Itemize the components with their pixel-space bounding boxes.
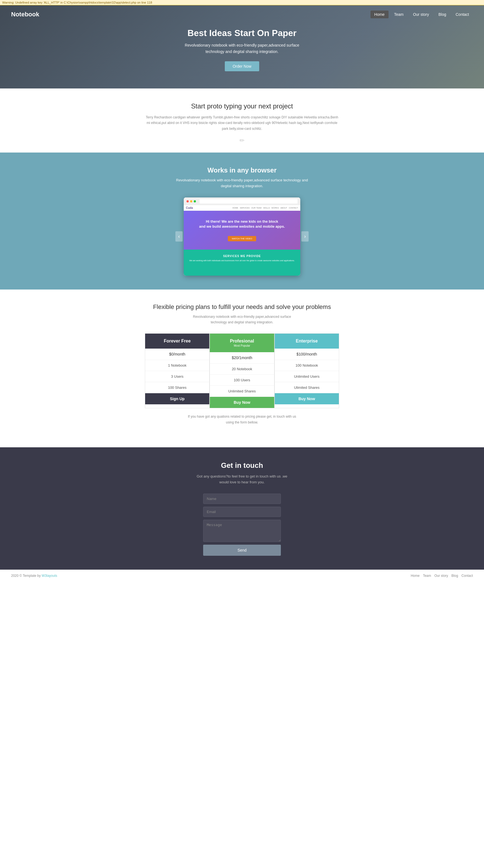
cuda-hero-inner: Hi there! We are the new kids on the blo… (184, 211, 300, 250)
cuda-hero-text: Hi there! We are the new kids on the blo… (189, 219, 295, 229)
cuda-nav: Cuda HOME SERVICES OUR TEAM SKILLS WORKS… (184, 205, 300, 211)
pricing-notebook-enterprise: 100 Notebook (275, 360, 339, 371)
browser-section: Works in any browser Revolvationary note… (0, 153, 484, 289)
browser-dot-green (194, 200, 196, 203)
footer-links: Home Team Our story Blog Contact (411, 574, 473, 578)
footer-link-team[interactable]: Team (423, 574, 431, 578)
contact-description: Got any questions?to feel free to get in… (11, 474, 473, 485)
pricing-users-enterprise: Unlimited Users (275, 371, 339, 382)
pencil-icon: ✏ (11, 137, 473, 144)
pricing-card-header-free: Forever Free (145, 334, 209, 349)
browser-dot-yellow (190, 200, 192, 203)
pricing-cta-pro[interactable]: Buy Now (210, 397, 274, 408)
browser-top-bar (184, 197, 300, 205)
nav-contact[interactable]: Contact (452, 10, 473, 18)
pricing-price-pro: $20/1month (210, 352, 274, 364)
pricing-card-header-pro: Profesional Most Popular (210, 334, 274, 352)
pricing-notebook-pro: 20 Notebook (210, 364, 274, 375)
browser-mockup: Cuda HOME SERVICES OUR TEAM SKILLS WORKS… (184, 197, 300, 276)
footer-link-blog[interactable]: Blog (452, 574, 458, 578)
pricing-notebook-free: 1 Notebook (145, 360, 209, 371)
cuda-services-title: SERVICES WE PROVIDE (189, 255, 295, 258)
pricing-card-header-enterprise: Enterprise (275, 334, 339, 349)
email-input[interactable] (203, 507, 281, 517)
footer-link-home[interactable]: Home (411, 574, 420, 578)
proto-section: Start proto typing your next project Ter… (0, 89, 484, 153)
carousel-next-button[interactable]: › (302, 231, 309, 242)
pricing-section: Flexible pricing plans to fulfill your n… (0, 289, 484, 447)
nav-blog[interactable]: Blog (435, 10, 450, 18)
cuda-logo: Cuda (186, 206, 193, 209)
browser-mockup-wrapper: ‹ Cuda HOME SERVICES OUR TEAM SKILLS WOR… (184, 197, 300, 276)
send-button[interactable]: Send (203, 545, 281, 556)
pricing-note: If you have got any quations related to … (187, 414, 297, 425)
proto-title: Start proto typing your next project (11, 102, 473, 110)
nav-team[interactable]: Team (390, 10, 407, 18)
pricing-shares-enterprise: Ulimited Shares (275, 382, 339, 393)
pricing-card-enterprise: Enterprise $100/month 100 Notebook Unlim… (275, 333, 339, 408)
nav-logo: Notebook (11, 11, 39, 18)
pricing-cta-enterprise[interactable]: Buy Now (275, 393, 339, 404)
name-input[interactable] (203, 494, 281, 504)
hero-title: Best Ideas Start On Paper (175, 28, 309, 38)
footer-copyright: 2020 © Template by W3layouts (11, 574, 57, 578)
watch-video-button[interactable]: WATCH THE VIDEO (228, 236, 256, 241)
contact-section: Get in touch Got any questions?to feel f… (0, 447, 484, 569)
pricing-price-enterprise: $100/month (275, 349, 339, 360)
pricing-card-pro: Profesional Most Popular $20/1month 20 N… (209, 333, 274, 408)
pricing-cards: Forever Free $0/month 1 Notebook 3 Users… (145, 333, 339, 408)
footer-brand-link[interactable]: W3layouts (41, 574, 57, 578)
message-input[interactable] (203, 520, 281, 542)
cuda-services: SERVICES WE PROVIDE We are working with … (184, 250, 300, 276)
footer-link-our-story[interactable]: Our story (434, 574, 448, 578)
pricing-card-free: Forever Free $0/month 1 Notebook 3 Users… (145, 333, 209, 408)
warning-bar: Warning: Undefined array key 'ALL_HTTP' … (0, 0, 484, 5)
browser-dot-red (187, 200, 189, 203)
order-now-button[interactable]: Order Now (225, 61, 259, 71)
contact-title: Get in touch (11, 461, 473, 470)
pricing-users-free: 3 Users (145, 371, 209, 382)
pricing-cta-free[interactable]: Sign Up (145, 393, 209, 404)
browser-title: Works in any browser (11, 166, 473, 174)
nav-our-story[interactable]: Our story (409, 10, 433, 18)
carousel-prev-button[interactable]: ‹ (175, 231, 182, 242)
browser-url-bar (200, 199, 297, 204)
cuda-services-desc: We are working with both individuals and… (189, 259, 295, 262)
browser-description: Revolvationary notebook with eco-friendl… (173, 178, 311, 189)
pricing-shares-free: 100 Shares (145, 382, 209, 393)
pricing-shares-pro: Unlimited Shares (210, 386, 274, 397)
navbar: Notebook Home Team Our story Blog Contac… (0, 11, 484, 18)
pricing-description: Revolvationary notebook with eco-friendl… (187, 314, 297, 325)
proto-body: Terry Rechardson cardigan whatever gentr… (145, 115, 339, 131)
nav-links: Home Team Our story Blog Contact (370, 12, 473, 17)
footer: 2020 © Template by W3layouts Home Team O… (0, 569, 484, 582)
footer-link-contact[interactable]: Contact (461, 574, 473, 578)
hero-description: Revolvationary notebook with eco-friendl… (175, 42, 309, 55)
pricing-users-pro: 100 Users (210, 375, 274, 386)
pricing-title: Flexible pricing plans to fulfill your n… (11, 303, 473, 311)
contact-form: Send (203, 494, 281, 556)
nav-home[interactable]: Home (370, 10, 389, 18)
pricing-price-free: $0/month (145, 349, 209, 360)
cuda-nav-items: HOME SERVICES OUR TEAM SKILLS WORKS ABOU… (232, 207, 298, 209)
